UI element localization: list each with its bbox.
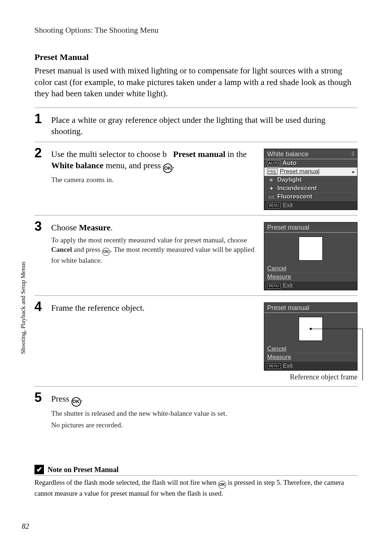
menu-badge: MENU [267, 363, 281, 369]
ok-icon: OK [163, 164, 172, 173]
menu-item-incandescent[interactable]: ✦ Incandescent [264, 184, 357, 193]
step-text: Press OK. [51, 393, 358, 406]
fluorescent-icon: ▭ [267, 193, 275, 200]
step-2: 2 Use the multi selector to choose b Pre… [34, 144, 358, 215]
menu-item-cancel[interactable]: Cancel [264, 345, 357, 353]
step-number: 4 [34, 300, 45, 313]
lcd-preview-area [264, 233, 357, 265]
step-number: 2 [34, 146, 45, 160]
step-subtext: No pictures are recorded. [51, 420, 358, 430]
step-text: Use the multi selector to choose b Prese… [51, 149, 257, 173]
menu-item-daylight[interactable]: ☀ Daylight [264, 176, 357, 184]
intro-paragraph: Preset manual is used with mixed lightin… [34, 65, 358, 100]
ok-icon: OK [72, 397, 81, 407]
divider [34, 215, 358, 215]
menu-item-preset-manual[interactable]: PRE Preset manual ▸ [264, 168, 357, 176]
battery-icon: ▯ [352, 150, 354, 158]
step-number: 1 [34, 112, 45, 125]
step-number: 5 [34, 391, 45, 404]
callout-dot [310, 328, 312, 330]
menu-item-auto[interactable]: AUTO Auto [264, 159, 357, 168]
menu-badge: MENU [267, 203, 281, 208]
auto-badge: AUTO [267, 160, 280, 166]
page-number: 82 [22, 522, 29, 531]
note-heading: ✔ Note on Preset Manual [34, 465, 358, 476]
divider [34, 295, 358, 296]
lcd-exit-bar[interactable]: MENU Exit [264, 362, 357, 370]
step-text: Choose Measure. [51, 222, 257, 233]
note-body: Regardless of the flash mode selected, t… [34, 476, 358, 498]
check-icon: ✔ [34, 465, 44, 474]
lcd-preview-area [264, 313, 357, 345]
lcd-preset-manual-frame: Preset manual Cancel Measure MENU [264, 302, 358, 371]
preview-box [299, 237, 323, 261]
lcd-exit-bar[interactable]: MENU Exit [264, 281, 357, 290]
reference-object-frame [299, 317, 323, 341]
lcd-title: White balance ▯ [264, 149, 357, 159]
sun-icon: ☀ [267, 177, 275, 184]
step-1: 1 Place a white or gray reference object… [34, 109, 358, 142]
ok-icon: OK [102, 248, 110, 256]
caption: Reference object frame [264, 373, 358, 381]
divider [34, 142, 358, 142]
step-text: Frame the reference object. [51, 302, 257, 314]
chevron-right-icon: ▸ [352, 169, 355, 174]
note-section: ✔ Note on Preset Manual Regardless of th… [34, 465, 358, 498]
step-5: 5 Press OK. The shutter is released and … [34, 388, 358, 433]
menu-item-measure[interactable]: Measure [264, 273, 357, 281]
lcd-title: Preset manual [264, 222, 357, 233]
lcd-title: Preset manual [264, 303, 357, 313]
section-title: Preset Manual [34, 52, 358, 62]
lcd-exit-bar[interactable]: MENU Exit [264, 201, 357, 210]
step-4: 4 Frame the reference object. Preset man… [34, 297, 358, 386]
step-subtext: To apply the most recently measured valu… [51, 235, 257, 265]
step-text: Place a white or gray reference object u… [51, 114, 358, 137]
chapter-header: Shooting Options: The Shooting Menu [34, 25, 358, 35]
menu-item-cancel[interactable]: Cancel [264, 265, 357, 273]
menu-item-measure[interactable]: Measure [264, 353, 357, 362]
divider [34, 108, 358, 108]
pre-badge: PRE [267, 169, 278, 174]
divider [34, 386, 358, 387]
step-subtext: The shutter is released and the new whit… [51, 409, 358, 418]
step-subtext: The camera zooms in. [51, 175, 257, 185]
menu-badge: MENU [267, 283, 281, 289]
bulb-icon: ✦ [267, 185, 275, 192]
lcd-preset-manual-menu: Preset manual Cancel Measure MENU Exit [264, 222, 358, 290]
page-content: Shooting Options: The Shooting Menu Pres… [0, 0, 392, 509]
menu-item-fluorescent[interactable]: ▭ Fluorescent [264, 193, 357, 201]
step-3: 3 Choose Measure. To apply the most rece… [34, 217, 358, 295]
ok-icon: OK [218, 481, 226, 489]
lcd-white-balance-menu: White balance ▯ AUTO Auto PRE Preset man… [264, 149, 358, 210]
step-number: 3 [34, 220, 45, 233]
